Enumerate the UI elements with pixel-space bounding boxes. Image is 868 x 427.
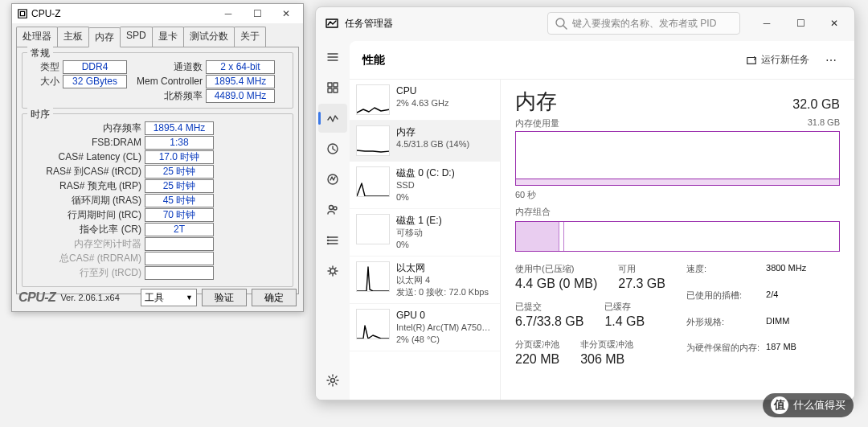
avail-value: 27.3 GB [618,277,665,291]
usage-label: 内存使用量 [515,117,559,129]
watermark: 值 什么值得买 [763,393,854,417]
nav-menu[interactable] [318,43,347,72]
minimize-button[interactable]: ─ [750,7,784,39]
cpuz-tabs: 处理器 主板 内存 SPD 显卡 测试分数 关于 [12,23,303,47]
nav-services[interactable] [318,257,347,285]
perf-item-1[interactable]: 内存4.5/31.8 GB (14%) [350,121,500,162]
item-name: 内存 [396,125,469,138]
timing-value [145,266,214,280]
tab-bench[interactable]: 测试分数 [183,27,235,47]
perf-item-0[interactable]: CPU2% 4.63 GHz [350,80,500,121]
commit-label: 已提交 [515,301,583,313]
close-button[interactable]: ✕ [274,6,298,21]
in-use-label: 使用中(已压缩) [515,263,597,275]
run-new-task-button[interactable]: 运行新任务 [739,50,816,70]
nav-processes[interactable] [318,73,347,102]
timing-value: 70 时钟 [145,208,214,222]
close-button[interactable]: ✕ [817,7,851,39]
tools-dropdown[interactable]: 工具▼ [141,289,197,306]
in-use-value: 4.4 GB (0 MB) [515,277,597,291]
nav-details[interactable] [318,226,347,255]
size-value: 32 GBytes [63,75,127,88]
tab-spd[interactable]: SPD [120,27,153,47]
perf-item-3[interactable]: 磁盘 1 (E:)可移动0% [350,209,500,257]
minimize-button[interactable]: ─ [216,6,240,21]
timing-label: 行周期时间 (tRC) [29,208,141,222]
maximize-button[interactable]: ☐ [784,7,817,39]
nav-settings[interactable] [318,366,347,395]
timing-value [145,252,214,265]
timings-group: 时序 内存频率1895.4 MHzFSB:DRAM1:38CAS# Latenc… [22,113,293,287]
nav-performance[interactable] [318,104,347,133]
search-placeholder: 键入要搜索的名称、发布者或 PID [572,17,716,31]
item-name: CPU [396,84,448,97]
item-sub: 以太网 4 [396,274,489,286]
svg-rect-1 [20,11,24,15]
tm-title-text: 任务管理器 [345,17,393,31]
svg-rect-10 [328,88,332,92]
detail-total: 32.0 GB [792,97,840,112]
item-sub2: 0% [396,239,442,251]
nav-users[interactable] [318,195,347,224]
search-icon [555,17,567,30]
nav-startup[interactable] [318,165,347,194]
cpuz-app-icon [17,8,28,19]
item-name: 以太网 [396,261,489,274]
perf-item-5[interactable]: GPU 0Intel(R) Arc(TM) A750…2% (48 °C) [350,304,500,351]
maximize-button[interactable]: ☐ [245,6,269,21]
paged-value: 220 MB [515,352,559,367]
item-name: GPU 0 [396,309,490,322]
tab-about[interactable]: 关于 [234,27,266,47]
usage-chart [515,131,840,186]
perf-item-2[interactable]: 磁盘 0 (C: D:)SSD0% [350,162,500,209]
item-sub2: 0% [396,191,455,203]
cpuz-title-text: CPU-Z [31,8,216,19]
tm-titlebar[interactable]: 任务管理器 键入要搜索的名称、发布者或 PID ─ ☐ ✕ [316,7,854,39]
svg-line-4 [563,26,567,29]
cpuz-body: 常规 类型 DDR4 通道数 2 x 64-bit 大小 32 GBytes M… [16,47,299,294]
timing-label: 内存空闲计时器 [29,237,141,251]
svg-point-3 [556,18,564,27]
tm-section-header: 性能 运行新任务 ⋯ [350,41,854,80]
timing-label: 内存频率 [29,121,141,135]
paged-label: 分页缓冲池 [515,339,559,351]
search-box[interactable]: 键入要搜索的名称、发布者或 PID [547,12,740,35]
tm-nav [316,39,350,400]
new-task-icon [746,55,757,66]
watermark-text: 什么值得买 [793,398,845,413]
detail-title: 内存 [515,88,557,116]
type-label: 类型 [29,60,59,74]
timing-value: 2T [145,223,214,236]
tab-graphics[interactable]: 显卡 [152,27,184,47]
perf-item-4[interactable]: 以太网以太网 4发送: 0 接收: 72.0 Kbps [350,257,500,304]
sparkline [356,309,390,339]
timing-value: 45 时钟 [145,194,214,207]
cpuz-footer: CPU-Z Ver. 2.06.1.x64 工具▼ 验证 确定 [18,289,297,306]
composition-chart [515,221,840,252]
size-label: 大小 [29,75,59,88]
nav-history[interactable] [318,134,347,163]
item-sub2: 发送: 0 接收: 72.0 Kbps [396,286,489,298]
more-button[interactable]: ⋯ [821,54,841,67]
tab-memory[interactable]: 内存 [88,27,121,47]
timing-value: 25 时钟 [145,165,214,179]
tab-mainboard[interactable]: 主板 [57,27,89,47]
type-value: DDR4 [63,60,127,74]
channels-value: 2 x 64-bit [206,60,275,74]
tab-cpu[interactable]: 处理器 [16,27,58,47]
timing-value: 17.0 时钟 [145,150,214,164]
ok-button[interactable]: 确定 [252,289,297,306]
cached-value: 1.4 GB [604,314,645,329]
item-sub: Intel(R) Arc(TM) A750… [396,322,490,334]
cpuz-titlebar[interactable]: CPU-Z ─ ☐ ✕ [12,4,303,23]
cpuz-logo: CPU-Z [18,290,55,305]
item-sub: 4.5/31.8 GB (14%) [396,138,469,150]
validate-button[interactable]: 验证 [202,289,247,306]
commit-value: 6.7/33.8 GB [515,314,583,329]
item-sub: 2% 4.63 GHz [396,97,448,109]
timings-legend: 时序 [27,108,53,121]
sparkline [356,214,390,244]
svg-point-21 [328,244,329,244]
general-legend: 常规 [27,47,53,60]
sparkline [356,84,390,115]
